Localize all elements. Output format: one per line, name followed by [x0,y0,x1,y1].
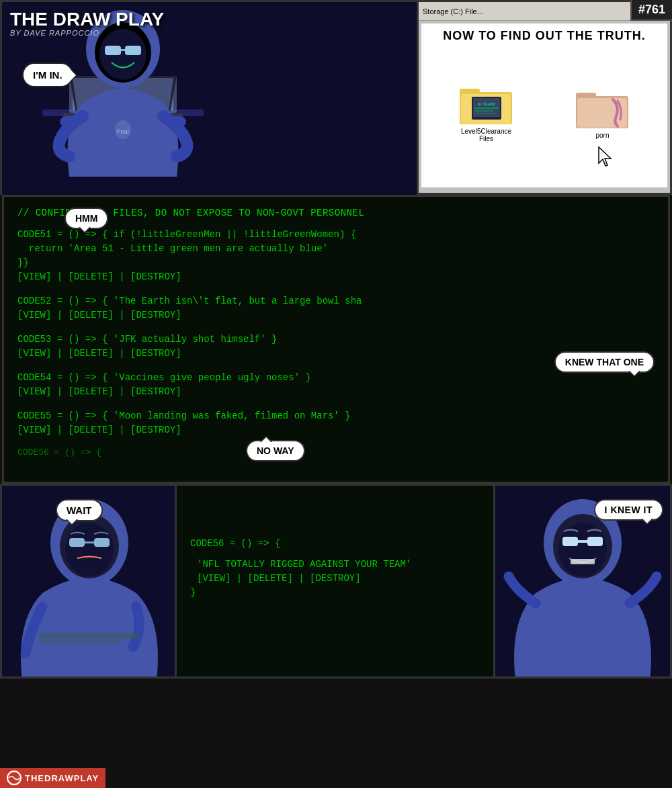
code-line-55: CODE55 = () => { 'Moon landing was faked… [17,409,655,423]
code-line-52: CODE52 = () => { 'The Earth isn\'t flat,… [17,294,655,308]
logo-ball [7,771,22,785]
svg-rect-24 [474,110,493,112]
code-actions-52: [VIEW] | [DELETE] | [DESTROY] [17,310,655,320]
svg-rect-10 [105,46,121,55]
logo-text: THEDRAWPLAY [25,773,99,783]
svg-text:Pear: Pear [116,128,129,135]
code-block-55: CODE55 = () => { 'Moon landing was faked… [17,409,655,435]
file-explorer-content: NOW TO FIND OUT THE TRUTH. IF TEAM! [421,24,667,187]
svg-rect-34 [69,538,85,547]
code56-line2: 'NFL TOTALLY RIGGED AGAINST YOUR TEAM' [190,558,480,572]
svg-rect-25 [474,113,496,114]
code-line-53: CODE53 = () => { 'JFK actually shot hims… [17,333,655,347]
folder-icon-porn [576,86,630,130]
folder-label-porn: porn [595,132,609,139]
code-comment: // CONFIDENTIAL FILES, DO NOT EXPOSE TO … [17,208,655,218]
svg-rect-37 [39,633,140,639]
code-block-54: CODE54 = () => { 'Vaccines give people u… [17,371,655,397]
svg-rect-43 [562,537,578,546]
folder-porn: porn [576,86,630,139]
bottom-row: WAIT CODE56 = ( [0,484,672,678]
code56-line3: [VIEW] | [DELETE] | [DESTROY] [190,572,480,586]
svg-text:IF TEAM!: IF TEAM! [478,102,495,106]
code-line-51b: return 'Area 51 - Little green men are a… [17,242,655,256]
title-block: THE DRAW PLAY BY DAVE RAPPOCCIO [10,10,164,37]
file-explorer-path: Storage (C:) File... [423,7,483,15]
bubble-im-in: I'M IN. [22,62,73,87]
svg-rect-11 [125,46,141,55]
code-block-52: CODE52 = () => { 'The Earth isn\'t flat,… [17,294,655,320]
now-find-caption: NOW TO FIND OUT THE TRUTH. [443,29,646,43]
code-line-51a: CODE51 = () => { if (!littleGreenMen || … [17,228,655,242]
panel-iknewit: I KNEW IT [495,486,670,676]
code-line-54: CODE54 = () => { 'Vaccines give people u… [17,371,655,385]
svg-rect-45 [578,540,587,543]
svg-marker-26 [599,147,611,166]
svg-rect-23 [474,107,499,109]
panel-hacker: THE DRAW PLAY BY DAVE RAPPOCCIO I'M IN. [2,2,419,197]
svg-rect-12 [121,49,125,51]
mouse-cursor [597,146,614,167]
bottom-logo: THEDRAWPLAY [0,768,106,788]
bubble-iknewit: I KNEW IT [594,499,663,521]
folder-label-level5: Level5ClearanceFiles [460,128,513,142]
svg-rect-44 [587,537,603,546]
issue-number: #761 [630,0,672,21]
panel-wait: WAIT [2,486,177,676]
svg-point-14 [167,116,186,128]
comic-subtitle: BY DAVE RAPPOCCIO [10,29,164,37]
svg-rect-46 [571,559,595,564]
folder-level5: IF TEAM! Level5ClearanceFiles [460,82,513,142]
code-line-51c: }} [17,256,655,270]
svg-rect-35 [94,538,110,547]
svg-rect-36 [85,541,94,543]
svg-point-13 [60,116,79,128]
code56-line4: } [190,586,480,600]
panel-code56: CODE56 = () => { 'NFL TOTALLY RIGGED AGA… [177,486,495,676]
code-partial-56: CODE56 = () => { [17,447,655,457]
code-actions-54: [VIEW] | [DELETE] | [DESTROY] [17,386,655,397]
code-actions-51: [VIEW] | [DELETE] | [DESTROY] [17,271,655,282]
code-panel: // CONFIDENTIAL FILES, DO NOT EXPOSE TO … [2,195,670,484]
code56-line1: CODE56 = () => { [190,537,480,551]
code-block-51: CODE51 = () => { if (!littleGreenMen || … [17,228,655,282]
folder-icon-level5: IF TEAM! [460,82,513,126]
comic-title: THE DRAW PLAY [10,10,164,29]
bubble-wait: WAIT [56,499,103,521]
bubble-hmm: HMM [65,208,108,229]
top-row: THE DRAW PLAY BY DAVE RAPPOCCIO I'M IN. [0,0,672,195]
panel-files: Storage (C:) File... NOW TO FIND OUT THE… [419,2,670,193]
code-actions-55: [VIEW] | [DELETE] | [DESTROY] [17,425,655,435]
bubble-knew: KNEW THAT ONE [554,351,655,373]
svg-rect-38 [39,640,120,643]
